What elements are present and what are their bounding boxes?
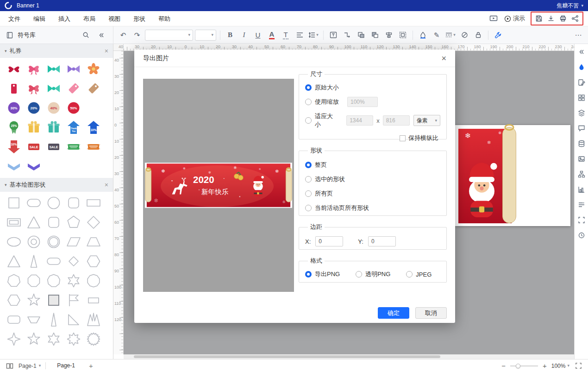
radio-active-page-shapes[interactable] bbox=[305, 205, 312, 211]
radio-fit-size[interactable] bbox=[305, 117, 312, 124]
preview-icon[interactable] bbox=[488, 13, 499, 24]
voucher-badge-icon[interactable]: 40% bbox=[44, 98, 63, 118]
zoom-level[interactable]: 100% ▾ bbox=[551, 363, 569, 369]
line-style-button[interactable]: ▾ bbox=[444, 29, 457, 41]
org-chart-icon[interactable] bbox=[577, 170, 586, 178]
voucher-bow-icon[interactable] bbox=[63, 59, 83, 79]
voucher-gift-icon[interactable] bbox=[24, 118, 44, 137]
keep-ratio-checkbox[interactable] bbox=[400, 135, 406, 141]
shape-round-square[interactable] bbox=[44, 213, 63, 232]
shape-right-triangle[interactable] bbox=[63, 310, 83, 329]
shape-diamond-small[interactable] bbox=[63, 252, 83, 271]
menu-shape[interactable]: 形状 bbox=[127, 11, 152, 26]
history-icon[interactable] bbox=[577, 231, 586, 240]
shape-round-rect[interactable] bbox=[24, 193, 44, 213]
shape-pentagon[interactable] bbox=[63, 213, 83, 232]
voucher-banner-icon[interactable] bbox=[63, 137, 83, 157]
font-family-select[interactable]: ▾ bbox=[145, 30, 193, 41]
menu-view[interactable]: 视图 bbox=[102, 11, 127, 26]
section-header-vouchers[interactable]: ▾ 礼券 × bbox=[0, 44, 113, 58]
voucher-ribbon-icon[interactable] bbox=[24, 59, 44, 79]
shape-trapezoid[interactable] bbox=[83, 232, 103, 252]
zoom-in-button[interactable]: + bbox=[543, 362, 547, 370]
collapse-right-panel-icon[interactable] bbox=[577, 48, 586, 56]
shape-crown[interactable] bbox=[83, 310, 103, 329]
present-button[interactable]: 演示 bbox=[504, 14, 525, 23]
shape-star8[interactable] bbox=[63, 329, 83, 349]
radio-export-png[interactable] bbox=[305, 271, 312, 277]
ok-button[interactable]: 确定 bbox=[378, 307, 409, 319]
shape-parallelogram[interactable] bbox=[63, 232, 83, 252]
shape-double-circle[interactable] bbox=[44, 232, 63, 252]
send-backward-button[interactable] bbox=[369, 29, 381, 41]
shape-circle[interactable] bbox=[44, 193, 63, 213]
font-color-button[interactable]: A bbox=[266, 29, 278, 41]
zoom-slider-thumb[interactable] bbox=[516, 364, 520, 368]
canvas-scroll-roller[interactable] bbox=[502, 127, 516, 223]
voucher-tag-icon[interactable] bbox=[83, 79, 103, 98]
shape-diamond[interactable] bbox=[83, 213, 103, 232]
voucher-chevron-icon[interactable] bbox=[4, 157, 24, 176]
shape-heptagon[interactable] bbox=[4, 271, 24, 290]
underline-button[interactable]: U bbox=[252, 29, 264, 41]
shape-triangle[interactable] bbox=[4, 252, 24, 271]
radio-jpeg[interactable] bbox=[406, 271, 413, 277]
pen-button[interactable]: ✎ bbox=[431, 29, 443, 41]
voucher-arrowup-icon[interactable]: 10% bbox=[83, 118, 103, 137]
fit-screen-icon[interactable] bbox=[577, 216, 586, 224]
shape-thin-triangle[interactable] bbox=[24, 252, 44, 271]
text-style-button[interactable]: T bbox=[280, 29, 292, 41]
fit-width-input[interactable] bbox=[346, 115, 373, 126]
shape-hexagon[interactable] bbox=[83, 252, 103, 271]
bold-button[interactable]: B bbox=[224, 29, 236, 41]
data-icon[interactable] bbox=[577, 139, 586, 148]
more-button[interactable]: ⋯ bbox=[572, 29, 584, 41]
voucher-gift-icon[interactable] bbox=[44, 118, 63, 137]
radio-use-scale[interactable] bbox=[305, 99, 312, 105]
voucher-arrowdown-icon[interactable]: 10% bbox=[4, 137, 24, 157]
shape-tall-triangle[interactable] bbox=[44, 310, 63, 329]
save-icon[interactable] bbox=[534, 13, 544, 24]
tools-button[interactable] bbox=[492, 29, 504, 41]
undo-button[interactable]: ↶ bbox=[117, 29, 129, 41]
pages-panel-icon[interactable] bbox=[6, 362, 14, 370]
voucher-badge-icon[interactable]: 50% bbox=[63, 98, 83, 118]
align-shapes-button[interactable] bbox=[383, 29, 395, 41]
group-button[interactable] bbox=[397, 29, 409, 41]
scrollbar-thumb[interactable] bbox=[134, 355, 440, 358]
page-tab[interactable]: Page-1 bbox=[50, 359, 81, 372]
voucher-chevron-icon[interactable] bbox=[24, 157, 44, 176]
shape-flag[interactable] bbox=[63, 290, 83, 310]
radio-transparent-png[interactable] bbox=[356, 271, 362, 277]
scale-input[interactable] bbox=[347, 97, 378, 107]
close-section-icon[interactable]: × bbox=[105, 181, 108, 189]
shape-decagon[interactable] bbox=[83, 271, 103, 290]
shape-nonagon[interactable] bbox=[44, 271, 63, 290]
redo-button[interactable]: ↷ bbox=[131, 29, 143, 41]
components-icon[interactable] bbox=[577, 94, 586, 102]
shape-rounded-hexagon[interactable] bbox=[4, 290, 24, 310]
shape-octagon[interactable] bbox=[24, 271, 44, 290]
menu-file[interactable]: 文件 bbox=[2, 11, 27, 26]
shape-star6[interactable] bbox=[44, 329, 63, 349]
shape-rect[interactable] bbox=[83, 193, 103, 213]
font-size-select[interactable]: ▾ bbox=[195, 30, 216, 41]
menu-insert[interactable]: 插入 bbox=[52, 11, 77, 26]
shape-round-rect2[interactable] bbox=[4, 310, 24, 329]
connector-button[interactable] bbox=[341, 29, 353, 41]
comment-icon[interactable] bbox=[577, 124, 586, 132]
fit-height-input[interactable] bbox=[383, 115, 410, 126]
voucher-knot-icon[interactable] bbox=[4, 59, 24, 79]
chart-icon[interactable] bbox=[577, 185, 586, 194]
print-icon[interactable] bbox=[558, 13, 568, 24]
shape-round-square[interactable] bbox=[63, 193, 83, 213]
voucher-tag-icon[interactable] bbox=[63, 79, 83, 98]
fill-style-icon[interactable] bbox=[577, 63, 586, 71]
voucher-saletag-icon[interactable]: SALE bbox=[24, 137, 44, 157]
close-section-icon[interactable]: × bbox=[105, 47, 108, 55]
voucher-bow-icon[interactable] bbox=[44, 79, 63, 98]
voucher-badge-icon[interactable]: 20% bbox=[24, 98, 44, 118]
radio-all-pages[interactable] bbox=[305, 190, 312, 197]
unit-select[interactable]: 像素 ▾ bbox=[413, 115, 440, 126]
line-spacing-button[interactable]: ▾ bbox=[307, 29, 319, 41]
